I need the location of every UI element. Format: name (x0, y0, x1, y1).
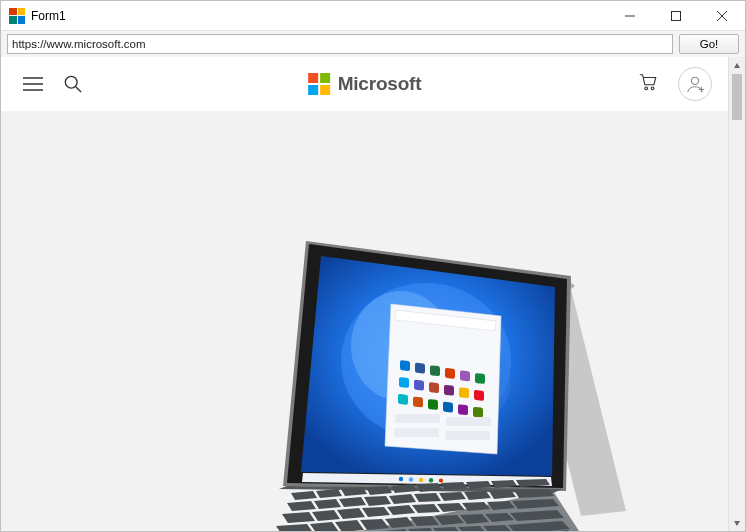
svg-marker-74 (489, 490, 516, 499)
svg-marker-72 (439, 492, 466, 501)
svg-rect-40 (458, 404, 468, 415)
microsoft-logo[interactable]: Microsoft (308, 73, 422, 95)
svg-marker-79 (362, 507, 390, 517)
titlebar: Form1 (1, 1, 745, 31)
window-title: Form1 (31, 9, 66, 23)
svg-marker-82 (437, 503, 465, 512)
menu-icon[interactable] (21, 72, 45, 96)
svg-marker-57 (316, 489, 342, 498)
svg-marker-87 (310, 522, 339, 531)
svg-marker-16 (283, 241, 571, 491)
svg-rect-38 (428, 399, 438, 410)
webview[interactable]: Microsoft (1, 57, 728, 531)
surface-device-image (171, 186, 641, 531)
svg-point-19 (341, 283, 511, 439)
svg-marker-83 (462, 502, 490, 511)
svg-marker-46 (302, 473, 552, 486)
svg-marker-56 (291, 491, 317, 500)
svg-marker-61 (416, 483, 442, 492)
svg-marker-104 (483, 525, 513, 531)
svg-rect-35 (474, 390, 484, 401)
close-button[interactable] (699, 1, 745, 31)
minimize-button[interactable] (607, 1, 653, 31)
svg-rect-30 (399, 377, 409, 388)
vertical-scrollbar[interactable] (728, 57, 745, 531)
microsoft-logo-icon (308, 73, 330, 95)
svg-marker-22 (385, 304, 501, 454)
maximize-button[interactable] (653, 1, 699, 31)
svg-marker-101 (408, 528, 438, 531)
window-controls (607, 1, 745, 31)
svg-point-20 (351, 291, 451, 401)
svg-marker-64 (491, 480, 517, 488)
svg-marker-67 (314, 499, 341, 509)
svg-marker-88 (335, 520, 364, 531)
svg-marker-66 (287, 501, 316, 511)
svg-rect-34 (459, 387, 469, 398)
svg-marker-55 (279, 486, 563, 493)
svg-point-10 (651, 87, 654, 90)
svg-marker-68 (339, 497, 366, 507)
go-button[interactable]: Go! (679, 34, 739, 54)
scroll-up-arrow-icon[interactable] (729, 57, 745, 74)
svg-point-47 (399, 477, 403, 481)
svg-marker-103 (458, 526, 488, 531)
svg-rect-43 (446, 417, 491, 426)
app-icon (9, 8, 25, 24)
svg-rect-33 (444, 385, 454, 396)
svg-marker-84 (487, 501, 515, 510)
svg-marker-95 (510, 510, 564, 521)
svg-marker-73 (464, 491, 491, 500)
svg-rect-37 (413, 396, 423, 407)
svg-marker-92 (435, 515, 464, 525)
svg-point-50 (429, 478, 433, 482)
svg-marker-62 (441, 482, 467, 490)
svg-rect-24 (400, 360, 410, 371)
svg-marker-58 (341, 487, 367, 496)
svg-marker-93 (460, 514, 489, 524)
svg-marker-14 (531, 281, 626, 516)
svg-rect-28 (460, 370, 470, 381)
address-input[interactable] (7, 34, 673, 54)
svg-point-51 (439, 478, 443, 482)
svg-marker-113 (544, 530, 577, 531)
svg-marker-91 (410, 516, 439, 526)
svg-point-48 (409, 477, 413, 481)
svg-point-7 (65, 76, 77, 88)
svg-point-21 (401, 333, 511, 429)
svg-marker-116 (734, 63, 740, 68)
scroll-track[interactable] (729, 120, 745, 514)
search-icon[interactable] (61, 72, 85, 96)
svg-marker-86 (276, 524, 314, 531)
svg-line-8 (76, 86, 81, 91)
svg-marker-81 (412, 504, 440, 513)
account-icon[interactable] (678, 67, 712, 101)
scroll-down-arrow-icon[interactable] (729, 514, 745, 531)
svg-rect-36 (398, 394, 408, 405)
svg-marker-78 (337, 508, 365, 519)
svg-marker-23 (395, 310, 496, 331)
hero-area (1, 111, 728, 531)
svg-marker-69 (364, 496, 391, 506)
svg-rect-45 (445, 431, 490, 440)
svg-marker-85 (512, 499, 559, 509)
svg-rect-42 (395, 414, 440, 423)
header-actions (638, 67, 712, 101)
scroll-thumb[interactable] (732, 74, 742, 120)
svg-marker-71 (414, 493, 441, 502)
svg-marker-80 (387, 505, 415, 515)
cart-icon[interactable] (638, 72, 658, 96)
svg-rect-26 (430, 365, 440, 376)
address-bar-row: Go! (1, 31, 745, 57)
svg-rect-32 (429, 382, 439, 393)
svg-marker-89 (360, 519, 389, 530)
svg-point-49 (419, 478, 423, 482)
svg-marker-52 (216, 491, 579, 531)
svg-marker-94 (485, 513, 514, 522)
svg-marker-77 (312, 510, 340, 521)
svg-rect-44 (394, 428, 439, 437)
svg-marker-70 (389, 494, 416, 504)
svg-marker-100 (383, 529, 413, 531)
svg-marker-60 (391, 484, 417, 493)
svg-rect-39 (443, 402, 453, 413)
